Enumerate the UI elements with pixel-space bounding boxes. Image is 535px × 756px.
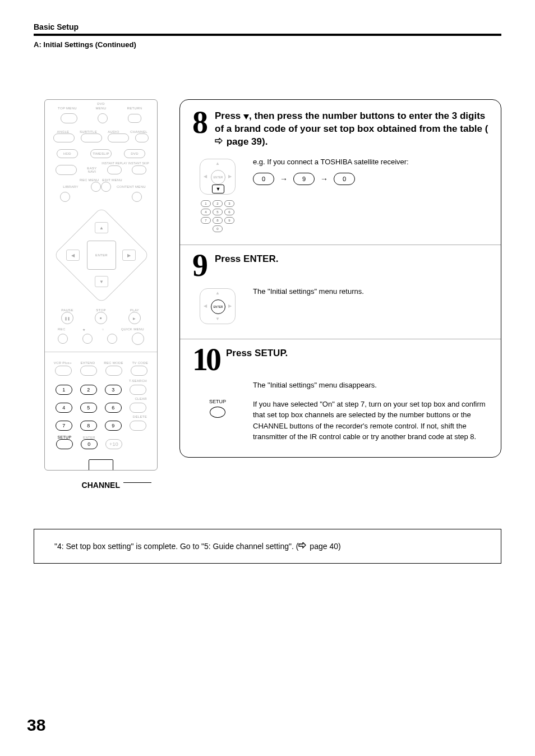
remote-inner-panel: VCR Plus+ EXTEND REC MODE TV CODE T.SEAR… xyxy=(45,352,157,471)
code-digit-2: 9 xyxy=(293,173,315,185)
completion-text-pre: "4: Set top box setting" is complete. Go… xyxy=(54,542,298,551)
remote-column: DVD TOP MENU MENU RETURN ANGLE SUBTITLE … xyxy=(34,99,168,490)
channel-callout: CHANNEL xyxy=(34,475,168,490)
page-header: Basic Setup A: Initial Settings (Continu… xyxy=(34,22,501,49)
step-8-example-text: e.g. If you connect a TOSHIBA satellite … xyxy=(253,156,488,168)
remote-control-diagram: DVD TOP MENU MENU RETURN ANGLE SUBTITLE … xyxy=(44,99,158,471)
step-8-title: Press , then press the number buttons to… xyxy=(215,110,488,149)
remote-row-angle-btns xyxy=(45,133,157,146)
brand-code-sequence: 0 → 9 → 0 xyxy=(253,173,488,185)
remote-numpad-row3: 7 8 9 xyxy=(45,418,157,433)
mini-dpad-icon: ▲ ◀ ▶ ENTER ▼ xyxy=(197,156,238,197)
remote-setup-row: SETUP ENTER 0 x +10 xyxy=(45,433,157,451)
step-9-illustration: ▲ ◀ ▶ ▼ ENTER xyxy=(192,286,243,326)
mini-dpad-enter-icon: ▲ ◀ ▶ ▼ ENTER xyxy=(197,286,238,326)
step-9-body: The "Initial settings" menu returns. xyxy=(253,286,488,297)
page-ref-arrow-icon xyxy=(298,542,306,550)
steps-column: 8 Press , then press the number buttons … xyxy=(179,99,501,490)
main-content: DVD TOP MENU MENU RETURN ANGLE SUBTITLE … xyxy=(34,99,501,490)
remote-numpad-row2: 4 5 6 xyxy=(45,400,157,415)
step-8-illustration: ▲ ◀ ▶ ENTER ▼ 1 2 3 4 5 xyxy=(192,156,243,232)
step-10-illustration: SETUP xyxy=(192,399,243,418)
sub-title: A: Initial Settings (Continued) xyxy=(34,40,501,49)
code-digit-3: 0 xyxy=(334,173,355,185)
channel-callout-label: CHANNEL xyxy=(82,481,120,490)
remote-row-hdd: HDD TIMESLIP DVD xyxy=(45,146,157,162)
down-arrow-highlight: ▼ xyxy=(212,185,224,193)
code-digit-1: 0 xyxy=(253,173,274,185)
header-rule xyxy=(34,34,501,36)
remote-channel-button xyxy=(89,459,113,471)
step-10-number: 10 xyxy=(192,347,219,372)
steps-container: 8 Press , then press the number buttons … xyxy=(179,99,501,458)
step-8-number: 8 xyxy=(192,110,208,135)
remote-playback-labels: PAUSE STOP PLAY xyxy=(45,304,157,312)
chapter-title: Basic Setup xyxy=(34,22,501,31)
callout-line xyxy=(123,482,151,483)
step-10-title: Press SETUP. xyxy=(226,347,288,360)
remote-row-topmenu: TOP MENU MENU RETURN xyxy=(45,105,157,113)
step-10-body2: If you have selected "On" at step 7, tur… xyxy=(253,399,488,442)
remote-enter-button: ENTER xyxy=(87,241,116,270)
remote-row-easynavi: EASY NAVI xyxy=(45,165,157,178)
page-number: 38 xyxy=(27,716,45,735)
remote-setup-button: SETUP xyxy=(56,435,73,449)
down-arrow-icon xyxy=(243,114,249,119)
remote-row-angle-labels: ANGLE SUBTITLE AUDIO CHANNEL xyxy=(45,127,157,133)
page-ref-arrow-icon xyxy=(215,138,223,146)
remote-row-library: LIBRARY CONTENT MENU xyxy=(45,182,157,192)
step-10: 10 Press SETUP. The "Initial settings" m… xyxy=(180,339,501,457)
remote-numpad-row1: 1 2 3 xyxy=(45,382,157,397)
completion-text-post: page 40) xyxy=(307,542,340,551)
step-9-number: 9 xyxy=(192,253,208,278)
step-8: 8 Press , then press the number buttons … xyxy=(180,100,501,245)
completion-note-box: "4: Set top box setting" is complete. Go… xyxy=(34,529,501,564)
remote-dpad: ▲ ▼ ◀ ▶ ENTER xyxy=(56,210,146,299)
remote-row-topmenu-btns xyxy=(45,113,157,127)
step-10-body1: The "Initial settings" menu disappears. xyxy=(253,380,488,391)
arrow-right-icon: → xyxy=(320,173,328,185)
enter-button-highlight: ENTER xyxy=(211,299,225,314)
step-9-title: Press ENTER. xyxy=(215,253,278,266)
arrow-right-icon: → xyxy=(280,173,288,185)
setup-button-icon xyxy=(210,407,225,418)
mini-numpad-icon: 1 2 3 4 5 6 7 8 9 0 xyxy=(201,200,234,232)
setup-button-label: SETUP xyxy=(192,399,243,404)
step-9: 9 Press ENTER. ▲ ◀ ▶ ▼ ENTER xyxy=(180,245,501,339)
